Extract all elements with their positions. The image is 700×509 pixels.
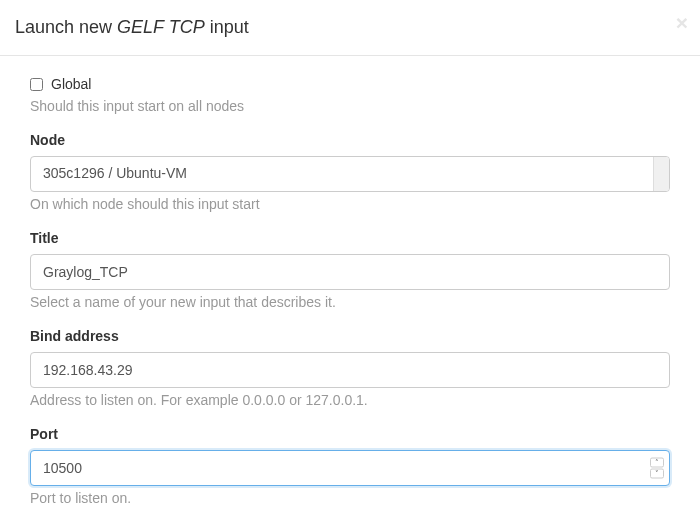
title-input-type: GELF TCP	[117, 17, 205, 37]
title-input[interactable]	[30, 254, 670, 290]
node-label: Node	[30, 132, 670, 148]
port-field-group: Port ˄ ˅ Port to listen on.	[30, 426, 670, 506]
modal-title: Launch new GELF TCP input	[15, 15, 685, 40]
node-help-text: On which node should this input start	[30, 196, 670, 212]
port-step-down-button[interactable]: ˅	[650, 469, 664, 479]
global-checkbox-label[interactable]: Global	[51, 76, 91, 92]
port-help-text: Port to listen on.	[30, 490, 670, 506]
close-button[interactable]: ×	[676, 12, 688, 33]
chevron-up-icon: ˄	[655, 459, 659, 466]
chevron-down-icon: ˅	[655, 470, 659, 477]
title-prefix: Launch new	[15, 17, 117, 37]
node-field-group: Node 305c1296 / Ubuntu-VM On which node …	[30, 132, 670, 212]
port-spinner: ˄ ˅	[650, 458, 664, 479]
global-checkbox-row: Global	[30, 76, 670, 92]
global-checkbox[interactable]	[30, 78, 43, 91]
bind-address-field-group: Bind address Address to listen on. For e…	[30, 328, 670, 408]
global-field-group: Global Should this input start on all no…	[30, 76, 670, 114]
title-suffix: input	[205, 17, 249, 37]
bind-address-help-text: Address to listen on. For example 0.0.0.…	[30, 392, 670, 408]
title-help-text: Select a name of your new input that des…	[30, 294, 670, 310]
port-step-up-button[interactable]: ˄	[650, 458, 664, 468]
bind-address-input[interactable]	[30, 352, 670, 388]
port-input-wrapper: ˄ ˅	[30, 450, 670, 486]
global-help-text: Should this input start on all nodes	[30, 98, 670, 114]
title-field-group: Title Select a name of your new input th…	[30, 230, 670, 310]
modal-header: Launch new GELF TCP input ×	[0, 0, 700, 56]
node-select-wrapper: 305c1296 / Ubuntu-VM	[30, 156, 670, 192]
node-select[interactable]: 305c1296 / Ubuntu-VM	[30, 156, 670, 192]
port-input[interactable]	[30, 450, 670, 486]
bind-address-label: Bind address	[30, 328, 670, 344]
title-label: Title	[30, 230, 670, 246]
port-label: Port	[30, 426, 670, 442]
modal-body: Global Should this input start on all no…	[0, 56, 700, 509]
